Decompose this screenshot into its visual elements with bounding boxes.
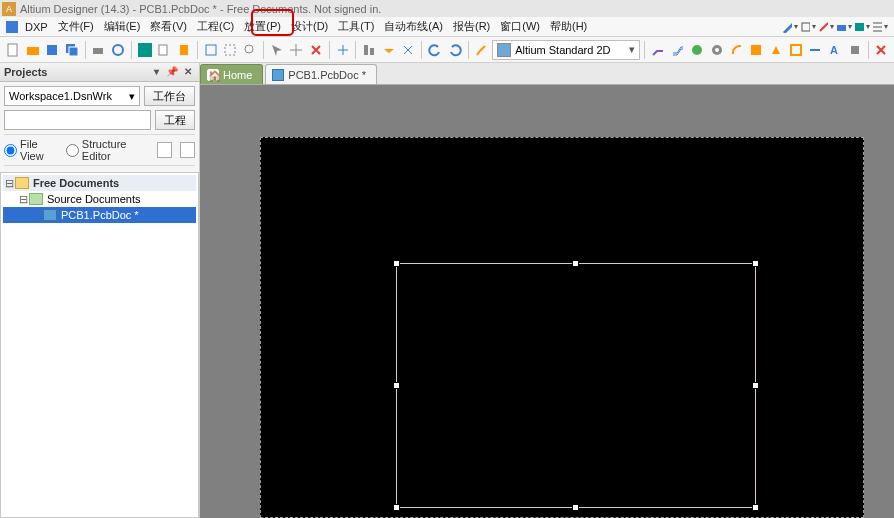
zoom-selected-button[interactable] [241,40,259,60]
delete-button[interactable] [872,40,890,60]
tool-layer-icon[interactable] [854,19,870,35]
place-line-button[interactable] [807,40,825,60]
toolbar-separator [85,41,86,59]
tree-collapse-icon[interactable]: ⊟ [17,193,29,206]
save-button[interactable] [43,40,61,60]
menu-autoroute[interactable]: 自动布线(A) [379,17,448,36]
zoom-area-button[interactable] [222,40,240,60]
menu-design[interactable]: 设计(D) [286,17,333,36]
file-view-radio[interactable]: File View [4,138,60,162]
preview-button[interactable] [109,40,127,60]
move-button[interactable] [287,40,305,60]
menu-edit[interactable]: 编辑(E) [99,17,146,36]
pcb-canvas[interactable] [200,85,894,518]
resize-handle-bottom-mid[interactable] [572,504,579,511]
place-arc-button[interactable] [728,40,746,60]
place-fill-button[interactable] [747,40,765,60]
place-string-button[interactable]: A [826,40,844,60]
zoom-fit-button[interactable] [202,40,220,60]
file-view-radio-input[interactable] [4,144,17,157]
route-diff-button[interactable] [669,40,687,60]
svg-rect-12 [159,45,167,55]
menu-report[interactable]: 报告(R) [448,17,495,36]
tool-measure-icon[interactable] [818,19,834,35]
pcb-sheet[interactable] [260,137,864,518]
chevron-down-icon: ▾ [629,43,635,56]
menu-tools[interactable]: 工具(T) [333,17,379,36]
new-doc-button[interactable] [4,40,22,60]
place-polygon-button[interactable] [767,40,785,60]
copy-button[interactable] [156,40,174,60]
panel-option2-icon[interactable] [180,142,195,158]
menu-place[interactable]: 放置(P) [239,17,286,36]
cross-probe-button[interactable] [334,40,352,60]
resize-handle-mid-right[interactable] [752,382,759,389]
align-button[interactable] [360,40,378,60]
menu-help[interactable]: 帮助(H) [545,17,592,36]
resize-handle-top-left[interactable] [393,260,400,267]
tree-collapse-icon[interactable]: ⊟ [3,177,15,190]
tree-source-docs[interactable]: ⊟ Source Documents [3,191,196,207]
dxp-icon [4,19,20,35]
tool-grid-icon[interactable] [836,19,852,35]
place-via-button[interactable] [708,40,726,60]
place-pad-button[interactable] [688,40,706,60]
cut-button[interactable] [136,40,154,60]
workspace-select[interactable]: Workspace1.DsnWrk ▾ [4,86,140,106]
undo-button[interactable] [426,40,444,60]
toolbar-separator [197,41,198,59]
svg-text:A: A [830,44,838,56]
resize-handle-top-right[interactable] [752,260,759,267]
select-button[interactable] [268,40,286,60]
projects-panel-header: Projects ▾ 📌 ✕ [0,63,199,82]
main-toolbar: ▾ A [0,37,894,63]
menu-bar: DXP 文件(F) 编辑(E) 察看(V) 工程(C) 放置(P) 设计(D) … [0,17,894,37]
resize-handle-bottom-left[interactable] [393,504,400,511]
home-icon: 🏠 [207,69,219,81]
print-button[interactable] [90,40,108,60]
projects-panel: Projects ▾ 📌 ✕ Workspace1.DsnWrk ▾ 工作台 工… [0,63,200,518]
display-mode-select[interactable]: ▾ [492,40,640,60]
deselect-button[interactable] [307,40,325,60]
open-button[interactable] [24,40,42,60]
board-outline-selection[interactable] [396,263,756,508]
place-component-button[interactable] [846,40,864,60]
menu-file[interactable]: 文件(F) [53,17,99,36]
project-input[interactable] [4,110,151,130]
toolbar-separator [644,41,645,59]
menu-view[interactable]: 察看(V) [145,17,192,36]
svg-rect-0 [6,21,18,33]
structure-editor-radio-input[interactable] [66,144,79,157]
clear-button[interactable] [400,40,418,60]
place-region-button[interactable] [787,40,805,60]
panel-pin-icon[interactable]: 📌 [165,65,179,79]
svg-rect-18 [370,48,374,55]
panel-option-icon[interactable] [157,142,172,158]
tool-pen-icon[interactable] [782,19,798,35]
panel-close-icon[interactable]: ✕ [181,65,195,79]
help-button[interactable] [472,40,490,60]
tab-pcb-doc[interactable]: PCB1.PcbDoc * [265,64,377,84]
redo-button[interactable] [446,40,464,60]
tool-select-icon[interactable] [800,19,816,35]
structure-editor-radio[interactable]: Structure Editor [66,138,151,162]
svg-rect-2 [837,25,846,31]
tool-list-icon[interactable] [872,19,888,35]
resize-handle-top-mid[interactable] [572,260,579,267]
menu-project[interactable]: 工程(C) [192,17,239,36]
menu-window[interactable]: 窗口(W) [495,17,545,36]
route-track-button[interactable] [649,40,667,60]
tree-root[interactable]: ⊟ Free Documents [3,175,196,191]
filter-button[interactable] [380,40,398,60]
resize-handle-bottom-right[interactable] [752,504,759,511]
menu-dxp[interactable]: DXP [20,19,53,35]
panel-dropdown-icon[interactable]: ▾ [149,65,163,79]
project-button[interactable]: 工程 [155,110,195,130]
save-all-button[interactable] [63,40,81,60]
workspace-button[interactable]: 工作台 [144,86,195,106]
tab-home[interactable]: 🏠 Home [200,64,263,84]
toolbar-separator [329,41,330,59]
paste-button[interactable] [175,40,193,60]
tree-pcb-doc[interactable]: PCB1.PcbDoc * [3,207,196,223]
resize-handle-mid-left[interactable] [393,382,400,389]
